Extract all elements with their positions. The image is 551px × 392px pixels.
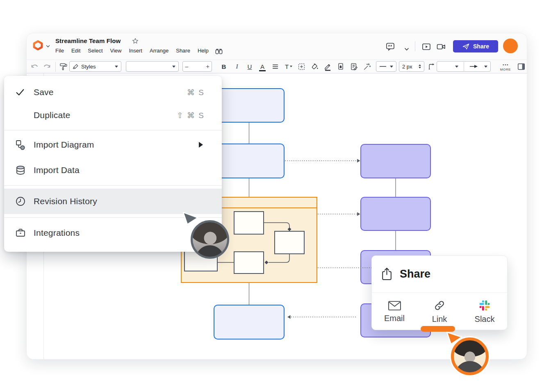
flow-node-purple-2[interactable] (360, 197, 431, 231)
share-option-slack[interactable]: Slack (462, 293, 507, 330)
text-align-icon[interactable] (270, 61, 280, 72)
menu-item-revision-history[interactable]: Revision History (4, 189, 222, 214)
submenu-arrow-icon (199, 142, 203, 148)
lucid-logo-icon[interactable] (32, 40, 43, 51)
share-popup-header: Share (372, 256, 507, 292)
format-painter-icon[interactable] (59, 61, 68, 72)
arrange-position-icon[interactable] (297, 61, 306, 72)
connector-type-icon[interactable] (428, 61, 436, 72)
flow-node-blue-2[interactable] (214, 144, 285, 178)
line-width-value: 2 px (402, 64, 412, 70)
import-data-icon (15, 164, 28, 176)
line-end-select[interactable] (467, 62, 491, 71)
menu-item-import-diagram[interactable]: Import Diagram (4, 135, 222, 154)
styles-select-value: Styles (81, 64, 96, 70)
collaborator-avatar-woman (191, 220, 229, 259)
font-size-stepper: – + (182, 61, 212, 72)
slack-icon (478, 299, 491, 312)
italic-button[interactable]: I (232, 61, 242, 72)
collaborator-avatar-man (451, 337, 489, 375)
flow-node-blue-3[interactable] (214, 305, 285, 340)
flow-node-blue-1[interactable] (214, 88, 285, 123)
font-color-letter: A (260, 63, 264, 70)
text-options-letter: T (285, 63, 289, 70)
video-camera-icon[interactable] (436, 41, 446, 52)
share-option-link[interactable]: Link (417, 293, 462, 330)
share-option-label: Email (384, 314, 405, 323)
menu-item-label: Import Diagram (34, 140, 94, 150)
caret-down-icon (455, 66, 458, 68)
menu-edit[interactable]: Edit (68, 46, 84, 55)
caret-down-icon (290, 66, 292, 67)
more-tools-button[interactable]: ⋯ MORE (497, 61, 514, 72)
menu-item-duplicate[interactable]: Duplicate ⇧ ⌘ S (4, 106, 222, 124)
line-style-select[interactable] (376, 61, 396, 72)
line-width-stepper[interactable]: 2 px (399, 61, 424, 72)
undo-icon[interactable] (30, 61, 39, 72)
caret-down-icon (484, 66, 487, 68)
spin-arrows-icon (419, 64, 421, 68)
font-select[interactable] (126, 61, 179, 72)
marketing-canvas: Streamline Team Flow File Edit Select Vi… (0, 0, 551, 392)
caret-down-icon (172, 66, 175, 68)
menu-view[interactable]: View (107, 46, 125, 55)
flow-subnode-a[interactable] (234, 211, 264, 235)
brush-icon (73, 64, 79, 70)
menu-file[interactable]: File (52, 46, 68, 55)
account-avatar[interactable] (503, 39, 518, 53)
panel-toggle-icon[interactable] (517, 61, 526, 72)
bold-button[interactable]: B (219, 61, 229, 72)
binoculars-search-icon[interactable] (215, 48, 223, 55)
document-title: Streamline Team Flow (55, 37, 121, 44)
flow-subnode-c[interactable] (234, 251, 264, 274)
line-start-select[interactable] (437, 62, 461, 71)
email-icon (388, 301, 401, 311)
font-color-button[interactable]: A (257, 61, 268, 72)
toolbar-divider (55, 62, 56, 72)
window-topbar: Streamline Team Flow File Edit Select Vi… (27, 33, 527, 60)
menu-share[interactable]: Share (172, 46, 194, 55)
notes-icon[interactable] (350, 61, 358, 72)
shadow-icon[interactable] (337, 61, 345, 72)
text-options-button[interactable]: T (283, 61, 294, 72)
clock-icon (15, 196, 28, 207)
paper-plane-icon (462, 43, 470, 50)
share-option-email[interactable]: Email (372, 293, 417, 330)
font-size-decrease-button[interactable]: – (183, 63, 191, 70)
present-icon[interactable] (421, 41, 432, 52)
font-size-increase-button[interactable]: + (204, 63, 212, 70)
menu-item-save[interactable]: Save ⌘ S (4, 83, 222, 101)
flow-node-purple-1[interactable] (360, 144, 431, 178)
menu-item-label: Save (34, 87, 54, 97)
styles-select[interactable]: Styles (69, 61, 121, 72)
import-diagram-icon (15, 139, 28, 150)
comments-icon[interactable] (385, 41, 396, 52)
endpoint-selects (437, 61, 491, 72)
collaborator-cursor-gray (182, 211, 199, 226)
chevron-down-icon[interactable] (401, 44, 412, 55)
share-button-label: Share (473, 43, 489, 50)
menu-select[interactable]: Select (84, 46, 106, 55)
menu-item-label: Duplicate (34, 110, 70, 120)
redo-icon[interactable] (42, 61, 52, 72)
underline-button[interactable]: U (244, 61, 255, 72)
menu-help[interactable]: Help (194, 46, 212, 55)
font-color-swatch (259, 70, 266, 71)
menu-item-import-data[interactable]: Import Data (4, 161, 222, 180)
share-options: Email Link (372, 293, 507, 330)
link-icon (433, 299, 446, 312)
menu-arrange[interactable]: Arrange (146, 46, 172, 55)
flow-subnode-b[interactable] (274, 231, 305, 254)
share-button[interactable]: Share (453, 40, 498, 52)
menu-bar: File Edit Select View Insert Arrange Sha… (52, 46, 223, 55)
menu-insert[interactable]: Insert (125, 46, 146, 55)
fill-color-icon[interactable] (310, 61, 319, 72)
caret-down-icon (390, 66, 393, 68)
magic-wand-icon[interactable] (363, 61, 371, 72)
line-color-icon[interactable] (323, 61, 332, 72)
chevron-down-icon[interactable] (46, 44, 50, 49)
ellipsis-icon: ⋯ (502, 62, 509, 68)
format-toolbar: Styles – + B I U A T (27, 60, 527, 73)
favorite-star-icon[interactable] (132, 37, 139, 45)
share-popup-title: Share (400, 268, 430, 280)
